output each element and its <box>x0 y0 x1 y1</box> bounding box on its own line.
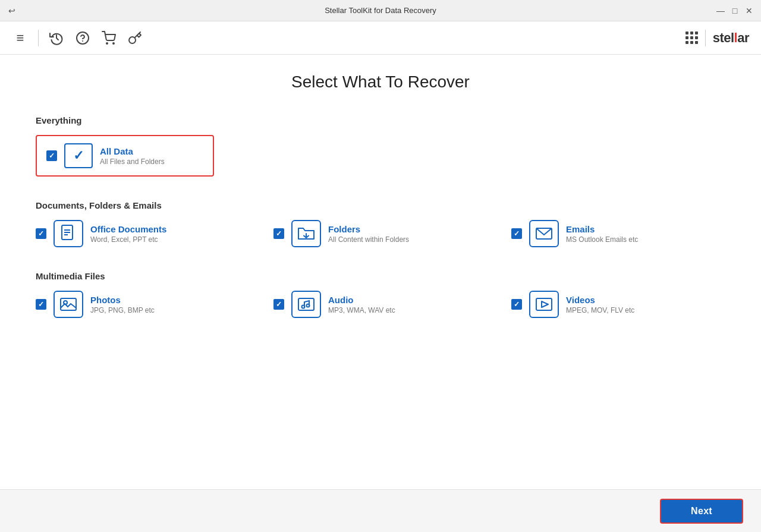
office-docs-icon-box <box>54 220 83 247</box>
office-docs-title: Office Documents <box>90 224 166 234</box>
page-title: Select What To Recover <box>36 73 725 92</box>
emails-icon-box <box>529 220 559 247</box>
folders-icon-box <box>291 220 321 247</box>
all-data-text: All Data All Files and Folders <box>100 146 165 166</box>
all-data-subtitle: All Files and Folders <box>100 158 165 166</box>
photos-text: Photos JPG, PNG, BMP etc <box>90 295 155 314</box>
audio-icon-box <box>291 291 321 318</box>
photos-title: Photos <box>90 295 155 305</box>
office-docs-text: Office Documents Word, Excel, PPT etc <box>90 224 166 244</box>
folders-text: Folders All Content within Folders <box>328 224 409 244</box>
emails-title: Emails <box>566 224 638 234</box>
svg-rect-11 <box>298 298 314 310</box>
toolbar-right-divider <box>705 30 706 46</box>
videos-subtitle: MPEG, MOV, FLV etc <box>566 306 634 314</box>
photos-icon-box <box>54 291 83 318</box>
everything-section-label: Everything <box>36 115 725 125</box>
documents-section: Documents, Folders & Emails Office Docum… <box>36 200 725 247</box>
cart-icon[interactable] <box>100 30 117 46</box>
toolbar-divider <box>38 30 39 46</box>
photos-subtitle: JPG, PNG, BMP etc <box>90 306 155 314</box>
footer: Next <box>0 489 761 532</box>
folders-title: Folders <box>328 224 409 234</box>
videos-checkbox[interactable] <box>511 299 522 310</box>
emails-text: Emails MS Outlook Emails etc <box>566 224 638 244</box>
minimize-button[interactable]: — <box>716 6 725 15</box>
svg-rect-9 <box>61 298 76 310</box>
toolbar: ≡ <box>0 21 761 55</box>
svg-marker-15 <box>542 301 548 307</box>
videos-title: Videos <box>566 295 634 305</box>
emails-checkbox[interactable] <box>511 228 522 239</box>
titlebar-title: Stellar ToolKit for Data Recovery <box>325 6 436 15</box>
folders-subtitle: All Content within Folders <box>328 235 409 244</box>
history-icon[interactable] <box>48 30 65 46</box>
folders-checkbox[interactable] <box>273 228 284 239</box>
audio-item[interactable]: Audio MP3, WMA, WAV etc <box>273 291 488 318</box>
everything-section: Everything ✓ All Data All Files and Fold… <box>36 115 725 177</box>
help-icon[interactable] <box>74 30 91 46</box>
svg-point-3 <box>113 43 114 44</box>
toolbar-right: stellar <box>685 30 749 46</box>
audio-title: Audio <box>328 295 395 305</box>
maximize-button[interactable]: □ <box>730 6 740 15</box>
svg-point-13 <box>307 304 310 307</box>
svg-point-2 <box>106 43 108 44</box>
audio-checkbox[interactable] <box>273 299 284 310</box>
all-data-title: All Data <box>100 146 165 156</box>
photos-item[interactable]: Photos JPG, PNG, BMP etc <box>36 291 250 318</box>
multimedia-section-label: Multimedia Files <box>36 271 725 281</box>
titlebar-controls: — □ ✕ <box>716 6 754 15</box>
videos-icon-box <box>529 291 559 318</box>
main-content: Select What To Recover Everything ✓ All … <box>0 55 761 489</box>
office-docs-item[interactable]: Office Documents Word, Excel, PPT etc <box>36 220 250 247</box>
documents-section-label: Documents, Folders & Emails <box>36 200 725 210</box>
titlebar: ↩ Stellar ToolKit for Data Recovery — □ … <box>0 0 761 21</box>
apps-grid-icon[interactable] <box>685 32 698 44</box>
videos-item[interactable]: Videos MPEG, MOV, FLV etc <box>511 291 725 318</box>
all-data-checkbox[interactable] <box>46 150 57 161</box>
audio-text: Audio MP3, WMA, WAV etc <box>328 295 395 314</box>
close-button[interactable]: ✕ <box>744 6 754 15</box>
svg-point-12 <box>302 306 305 309</box>
folders-item[interactable]: Folders All Content within Folders <box>273 220 488 247</box>
office-docs-checkbox[interactable] <box>36 228 46 239</box>
all-data-card[interactable]: ✓ All Data All Files and Folders <box>36 135 214 177</box>
emails-item[interactable]: Emails MS Outlook Emails etc <box>511 220 725 247</box>
all-data-check-icon: ✓ <box>73 148 84 163</box>
menu-icon[interactable]: ≡ <box>12 30 29 46</box>
multimedia-section: Multimedia Files Photos JPG, PNG, BMP et… <box>36 271 725 318</box>
office-docs-subtitle: Word, Excel, PPT etc <box>90 235 166 244</box>
all-data-icon-box: ✓ <box>64 143 93 168</box>
stellar-logo: stellar <box>713 30 749 46</box>
back-icon[interactable]: ↩ <box>7 6 17 15</box>
svg-rect-14 <box>536 298 552 310</box>
key-icon[interactable] <box>127 30 143 46</box>
next-button[interactable]: Next <box>660 499 743 524</box>
documents-grid: Office Documents Word, Excel, PPT etc Fo… <box>36 220 725 247</box>
emails-subtitle: MS Outlook Emails etc <box>566 235 638 244</box>
multimedia-grid: Photos JPG, PNG, BMP etc <box>36 291 725 318</box>
photos-checkbox[interactable] <box>36 299 46 310</box>
videos-text: Videos MPEG, MOV, FLV etc <box>566 295 634 314</box>
audio-subtitle: MP3, WMA, WAV etc <box>328 306 395 314</box>
